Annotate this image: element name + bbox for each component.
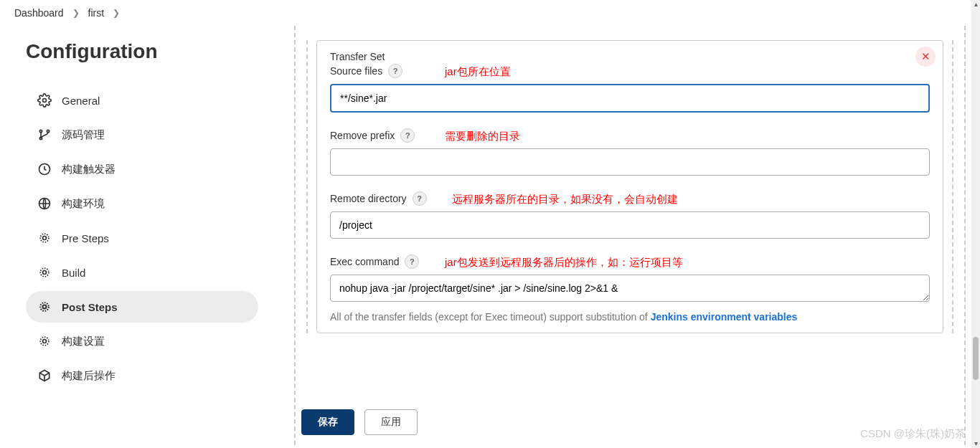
annotation-remote-directory: 远程服务器所在的目录，如果没有，会自动创建 xyxy=(452,193,678,206)
save-button[interactable]: 保存 xyxy=(301,409,354,435)
svg-point-8 xyxy=(43,305,47,309)
help-icon[interactable]: ? xyxy=(413,191,427,206)
sidebar: Configuration General 源码管理 构建触发器 构建环境 Pr… xyxy=(0,26,273,445)
breadcrumb-link-first[interactable]: first xyxy=(88,7,105,19)
breadcrumb: Dashboard ❯ first ❯ xyxy=(0,0,980,26)
annotation-remove-prefix: 需要删除的目录 xyxy=(445,130,520,143)
sidebar-item-post-steps[interactable]: Post Steps xyxy=(26,291,258,323)
chevron-right-icon: ❯ xyxy=(113,8,120,18)
sidebar-item-label: 构建触发器 xyxy=(62,163,116,176)
svg-point-9 xyxy=(43,340,47,343)
remove-prefix-label: Remove prefix xyxy=(330,130,395,141)
scroll-up-arrow[interactable]: ▴ xyxy=(971,0,980,9)
source-files-input[interactable] xyxy=(330,84,930,113)
sidebar-item-label: 源码管理 xyxy=(62,128,105,142)
scroll-down-arrow[interactable]: ▾ xyxy=(971,439,980,448)
help-icon[interactable]: ? xyxy=(388,64,402,78)
clock-icon xyxy=(37,162,52,176)
svg-point-1 xyxy=(39,130,42,132)
page-title: Configuration xyxy=(26,40,258,63)
sidebar-item-build[interactable]: Build xyxy=(26,257,258,288)
footnote: All of the transfer fields (except for E… xyxy=(330,311,930,323)
breadcrumb-link-dashboard[interactable]: Dashboard xyxy=(14,7,64,19)
svg-point-2 xyxy=(47,130,49,132)
package-icon xyxy=(37,368,52,383)
gear-icon xyxy=(37,93,52,108)
svg-point-7 xyxy=(43,271,47,275)
sidebar-item-build-settings[interactable]: 构建设置 xyxy=(26,325,258,357)
svg-point-6 xyxy=(43,237,47,240)
close-icon: ✕ xyxy=(921,50,930,63)
help-icon[interactable]: ? xyxy=(400,128,415,143)
gear-icon xyxy=(37,334,52,348)
sidebar-item-label: 构建环境 xyxy=(62,197,105,211)
outer-scrollbar[interactable]: ▴ ▾ xyxy=(971,0,980,448)
button-bar: 保存 应用 xyxy=(301,402,418,442)
main-content: ✕ Transfer Set Source files ? jar包所在位置 xyxy=(273,26,980,445)
sidebar-item-environment[interactable]: 构建环境 xyxy=(26,188,258,219)
exec-command-input[interactable] xyxy=(330,275,930,302)
remove-prefix-input[interactable] xyxy=(330,148,930,176)
env-vars-link[interactable]: Jenkins environment variables xyxy=(651,311,798,323)
svg-point-0 xyxy=(43,99,47,103)
sidebar-item-label: 构建设置 xyxy=(62,335,105,348)
sidebar-item-label: 构建后操作 xyxy=(62,369,116,383)
remote-directory-label: Remote directory xyxy=(330,193,407,204)
gear-icon xyxy=(37,300,52,314)
chevron-right-icon: ❯ xyxy=(72,8,80,18)
sidebar-item-triggers[interactable]: 构建触发器 xyxy=(26,153,258,185)
remote-directory-input[interactable] xyxy=(330,211,930,239)
annotation-exec-command: jar包发送到远程服务器后的操作，如：运行项目等 xyxy=(445,256,683,270)
source-files-label: Source files xyxy=(330,65,382,77)
sidebar-item-label: Post Steps xyxy=(62,301,118,313)
sidebar-item-post-build[interactable]: 构建后操作 xyxy=(26,360,258,391)
sidebar-item-label: Pre Steps xyxy=(62,232,109,244)
transfer-set-panel: ✕ Transfer Set Source files ? jar包所在位置 xyxy=(316,40,943,333)
globe-icon xyxy=(37,196,52,211)
sidebar-item-label: Build xyxy=(62,267,85,279)
sidebar-item-label: General xyxy=(62,95,100,107)
apply-button[interactable]: 应用 xyxy=(364,409,418,435)
gear-icon xyxy=(37,265,52,280)
help-icon[interactable]: ? xyxy=(405,254,419,269)
section-title: Transfer Set xyxy=(330,51,930,62)
sidebar-item-general[interactable]: General xyxy=(26,85,258,116)
gear-icon xyxy=(37,231,52,245)
branch-icon xyxy=(37,128,52,142)
annotation-source-files: jar包所在位置 xyxy=(445,65,511,79)
sidebar-item-scm[interactable]: 源码管理 xyxy=(26,119,258,151)
scrollbar-thumb[interactable] xyxy=(973,337,979,380)
sidebar-item-pre-steps[interactable]: Pre Steps xyxy=(26,222,258,254)
exec-command-label: Exec command xyxy=(330,256,399,267)
